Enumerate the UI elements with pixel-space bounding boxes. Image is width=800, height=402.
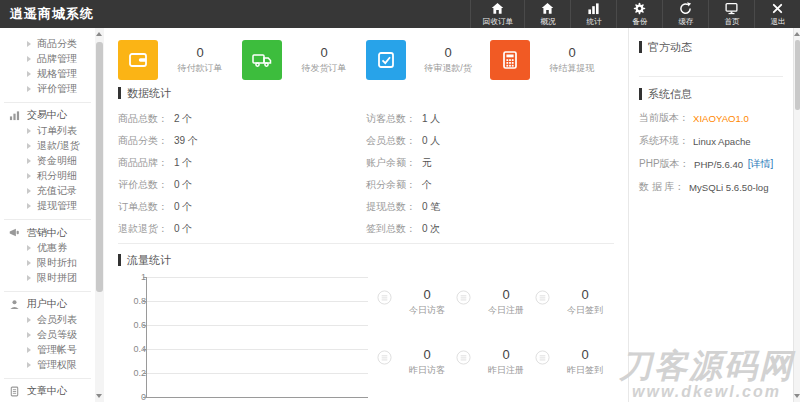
sysinfo-value: MySQLi 5.6.50-log	[689, 182, 769, 193]
sidebar-item-product-categories[interactable]: 商品分类	[0, 36, 95, 51]
nav-cache[interactable]: 缓存	[662, 0, 708, 28]
traffic-section: 流量统计 1 0.8 0.6 0.4 0.2 0	[118, 253, 614, 402]
main-content: 0 待付款订单 0 待发货订单 0 待审退款/货	[104, 28, 628, 402]
page-scrollbar-thumb[interactable]	[795, 40, 800, 110]
sidebar-item-trade-center[interactable]: 交易中心	[0, 108, 95, 123]
sidebar-item-fund-detail[interactable]: 资金明细	[0, 153, 95, 168]
sidebar-parent-label: 交易中心	[27, 108, 67, 122]
nav-label: 备份	[632, 16, 647, 26]
scroll-up-icon[interactable]	[96, 32, 102, 36]
card-value: 0	[158, 45, 242, 60]
section-title: 官方动态	[648, 40, 692, 55]
mini-stat-today-signins: 0今日签到	[535, 287, 614, 317]
card-label: 待发货订单	[282, 62, 366, 75]
stat-row: 积分余额：个	[366, 174, 614, 196]
sysinfo-row-php: PHP版本： PHP/5.6.40 [详情]	[639, 157, 783, 171]
card-pending-settlement[interactable]: 0 待结算提现	[490, 38, 614, 82]
stat-row: 账户余额：元	[366, 152, 614, 174]
sidebar-item-review-mgmt[interactable]: 评价管理	[0, 82, 95, 97]
sidebar-scrollbar-thumb[interactable]	[96, 42, 103, 292]
section-bar-icon	[639, 41, 642, 53]
sidebar-item-order-list[interactable]: 订单列表	[0, 123, 95, 138]
page-scrollbar[interactable]	[793, 28, 800, 402]
app-title: 逍遥商城系统	[0, 5, 94, 23]
scroll-down-icon[interactable]	[794, 394, 800, 398]
sidebar-item-label: 积分明细	[37, 169, 77, 183]
sidebar-item-admin-accounts[interactable]: 管理帐号	[0, 342, 95, 357]
mini-stat-value: 0	[477, 347, 535, 362]
caret-icon	[27, 56, 31, 62]
sidebar-item-recharge-records[interactable]: 充值记录	[0, 184, 95, 199]
sidebar-item-marketing-center[interactable]: 营销中心	[0, 225, 95, 240]
sysinfo-row-database: 数 据 库： MySQLi 5.6.50-log	[639, 180, 783, 194]
sysinfo-label: 当前版本：	[639, 111, 689, 125]
sidebar-item-label: 资金明细	[37, 154, 77, 168]
top-nav: 回收订单 概况 统计 备份 缓存 首页 退出	[470, 0, 800, 28]
sidebar-item-label: 管理权限	[37, 358, 77, 372]
sidebar-item-coupons[interactable]: 优惠券	[0, 240, 95, 255]
sidebar-item-refund-return[interactable]: 退款/退货	[0, 138, 95, 153]
scroll-up-icon[interactable]	[794, 32, 800, 36]
scroll-down-icon[interactable]	[96, 394, 102, 398]
sysinfo-row-environment: 系统环境： Linux Apache	[639, 134, 783, 148]
caret-icon	[27, 71, 31, 77]
sidebar-item-article-center[interactable]: 文章中心	[0, 384, 95, 399]
data-stats-left-column: 商品总数：2 个 商品分类：39 个 商品品牌：1 个 评价总数：0 个 订单总…	[118, 108, 366, 240]
nav-label: 统计	[586, 16, 601, 26]
checkbox-icon	[366, 40, 406, 80]
sidebar-item-withdraw-mgmt[interactable]: 提现管理	[0, 199, 95, 214]
php-details-link[interactable]: [详情]	[748, 157, 774, 171]
stat-label: 访客总数：	[366, 112, 416, 126]
nav-overview[interactable]: 概况	[524, 0, 570, 28]
traffic-chart: 1 0.8 0.6 0.4 0.2 0	[118, 275, 373, 402]
stat-row: 订单总数：0 个	[118, 196, 366, 218]
sidebar-scrollbar[interactable]	[95, 28, 104, 402]
stat-row: 商品分类：39 个	[118, 130, 366, 152]
nav-recycle-orders[interactable]: 回收订单	[470, 0, 524, 28]
sidebar-item-label: 评价管理	[37, 82, 77, 96]
truck-icon	[242, 40, 282, 80]
caret-icon	[27, 86, 31, 92]
card-pending-payment[interactable]: 0 待付款订单	[118, 38, 242, 82]
nav-statistics[interactable]: 统计	[570, 0, 616, 28]
sidebar-item-admin-permissions[interactable]: 管理权限	[0, 358, 95, 373]
sidebar-item-group-buy[interactable]: 限时拼团	[0, 271, 95, 286]
sidebar-item-brand-mgmt[interactable]: 品牌管理	[0, 51, 95, 66]
system-info-rows: 当前版本： XIAOYAO1.0 系统环境： Linux Apache PHP版…	[639, 111, 783, 194]
stat-label: 评价总数：	[118, 178, 168, 192]
top-bar: 逍遥商城系统 回收订单 概况 统计 备份 缓存 首页 退出	[0, 0, 800, 28]
page-body: 商品分类 品牌管理 规格管理 评价管理 交易中心 订单列表 退款/退货 资金明细…	[0, 28, 800, 402]
card-value: 0	[406, 45, 490, 60]
sidebar-item-label: 限时折扣	[37, 256, 77, 270]
mini-stat-label: 今日注册	[477, 304, 535, 317]
sidebar-item-user-center[interactable]: 用户中心	[0, 297, 95, 312]
mini-stat-yesterday-signins: 0昨日签到	[535, 347, 614, 377]
home-icon	[541, 2, 554, 15]
sidebar-item-label: 规格管理	[37, 67, 77, 81]
sidebar-item-label: 会员列表	[37, 313, 77, 327]
data-stats-right-column: 访客总数：1 人 会员总数：0 人 账户余额：元 积分余额：个 提现总数：0 笔…	[366, 108, 614, 240]
sidebar-item-member-level[interactable]: 会员等级	[0, 327, 95, 342]
card-pending-refund-review[interactable]: 0 待审退款/货	[366, 38, 490, 82]
home-icon	[491, 2, 504, 15]
stat-value: 0 个	[174, 178, 192, 192]
stat-label: 会员总数：	[366, 134, 416, 148]
nav-logout[interactable]: 退出	[754, 0, 800, 28]
sidebar-item-spec-mgmt[interactable]: 规格管理	[0, 66, 95, 81]
stat-row: 商品总数：2 个	[118, 108, 366, 130]
stat-value: 2 个	[174, 112, 192, 126]
caret-icon	[27, 362, 31, 368]
nav-homepage[interactable]: 首页	[708, 0, 754, 28]
stat-label: 签到总数：	[366, 222, 416, 236]
register-circle-icon	[456, 350, 471, 369]
nav-backup[interactable]: 备份	[616, 0, 662, 28]
stat-label: 商品总数：	[118, 112, 168, 126]
right-panel: 官方动态 系统信息 当前版本： XIAOYAO1.0 系统环境： Linux A…	[628, 28, 793, 402]
sidebar-item-member-list[interactable]: 会员列表	[0, 312, 95, 327]
mini-stat-label: 昨日访客	[398, 364, 456, 377]
sidebar-item-points-detail[interactable]: 积分明细	[0, 169, 95, 184]
sidebar-item-flash-discount[interactable]: 限时折扣	[0, 255, 95, 270]
nav-label: 首页	[724, 16, 739, 26]
mini-stat-label: 昨日注册	[477, 364, 535, 377]
card-pending-shipment[interactable]: 0 待发货订单	[242, 38, 366, 82]
